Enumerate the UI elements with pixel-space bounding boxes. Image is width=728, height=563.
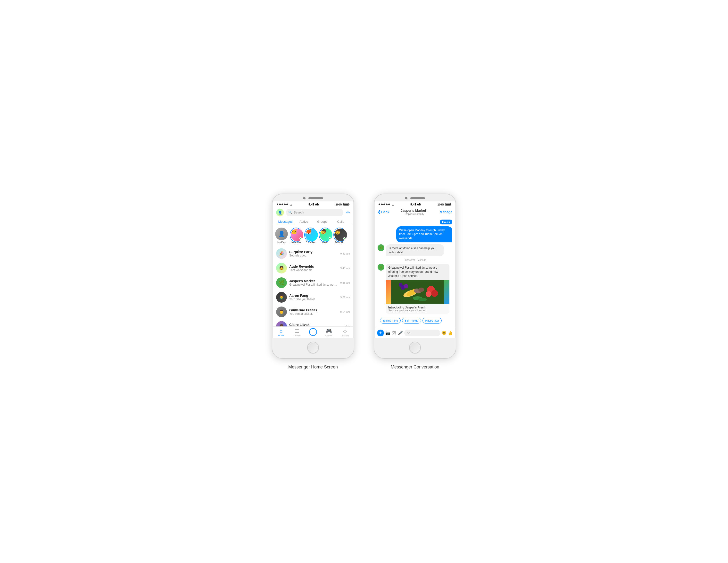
nav-discover-label: Discover [341, 335, 349, 337]
cta-sign-me-up[interactable]: Sign me up [402, 318, 421, 324]
msg-name-claire: Claire Litvak [289, 323, 342, 327]
signal-dot-5 [286, 203, 288, 205]
input-bar: + 📷 🖼 🎤 Aa 😊 👍 [375, 328, 455, 338]
tab-calls[interactable]: Calls [331, 218, 350, 225]
search-bar[interactable]: 🔍 Search [286, 209, 343, 216]
tab-messages[interactable]: Messages [276, 218, 295, 225]
msg-item-aaron[interactable]: 👨‍🦱 Aaron Fang You: See you there! 9:32 … [273, 290, 353, 305]
input-plus-button[interactable]: + [377, 330, 384, 337]
conv-signal-dot-3 [383, 203, 385, 205]
conv-header: ❮ Back Jasper's Market › Replies instant… [375, 207, 455, 217]
msg-time-guillermo: 9:04 am [340, 311, 350, 313]
christian-avatar: 🦊 [305, 228, 318, 241]
user-avatar[interactable]: 👤 [276, 209, 284, 216]
promo-bubble: Great news! For a limited time, we are o… [386, 264, 449, 314]
story-jean[interactable]: 👨 Jean-M... [333, 227, 346, 244]
like-input-icon[interactable]: 👍 [448, 331, 453, 335]
cta-maybe-later[interactable]: Maybe later [422, 318, 442, 324]
phone-home-screen: ▲ 9:41 AM 100% 👤 [273, 201, 353, 338]
battery-icon [343, 203, 349, 206]
conv-signal-dot-4 [386, 203, 388, 205]
svg-point-8 [399, 283, 403, 287]
msg-item-guillermo[interactable]: 👨 Guillermo Freitas You sent a sticker. … [273, 305, 353, 319]
tab-active[interactable]: Active [295, 218, 313, 225]
title-arrow: › [428, 209, 429, 212]
story-henri[interactable]: 👦 Henri [319, 227, 331, 244]
nav-games[interactable]: 🎮 Games [321, 328, 337, 337]
conv-title: Jasper's Market › [391, 209, 438, 212]
avatar-jasper: 🌿 [276, 277, 287, 288]
conv-camera-dot [405, 197, 407, 199]
msg-name-aaron: Aaron Fang [289, 294, 338, 298]
msg-content-jasper: Jasper's Market Great news! For a limite… [289, 279, 338, 287]
promo-card-subtitle: Seasonal produce at your doorstep [388, 309, 447, 312]
sponsored-text: Sponsored · [404, 259, 418, 261]
my-day-icon: 👤 [278, 231, 285, 237]
msg-item-jasper[interactable]: 🌿 Jasper's Market Great news! For a limi… [273, 275, 353, 290]
hours-button[interactable]: Hours [440, 219, 452, 224]
msg-time-aaron: 9:32 am [340, 296, 350, 299]
tabs-row: Messages Active Groups Calls [273, 218, 353, 225]
signal-dot-1 [277, 203, 278, 205]
mic-input-icon[interactable]: 🎤 [398, 331, 403, 335]
nav-people[interactable]: ☰ People [289, 328, 305, 337]
conv-messages: Hours We're open Monday through Friday f… [375, 217, 455, 328]
manage-button[interactable]: Manage [440, 210, 452, 214]
svg-point-10 [418, 298, 427, 301]
input-icons: 📷 🖼 🎤 [385, 331, 403, 335]
conv-signal-dot-1 [379, 203, 380, 205]
emoji-input-icon[interactable]: 😊 [442, 331, 447, 335]
msg-item-claire[interactable]: 👩 Claire Litvak Dinner tonight? Mon [273, 319, 353, 327]
conv-signal-dot-2 [381, 203, 383, 205]
avatar-aaron: 👨‍🦱 [276, 292, 287, 303]
svg-point-5 [426, 291, 431, 297]
nav-camera[interactable] [305, 328, 321, 337]
conv-wifi-icon: ▲ [392, 203, 394, 206]
status-time-conv: 9:41 AM [410, 203, 422, 206]
avatar-claire: 👩 [276, 321, 287, 327]
compose-icon[interactable]: ✏ [346, 210, 350, 215]
msg-time-jasper: 9:38 am [340, 281, 350, 284]
camera-input-icon[interactable]: 📷 [385, 331, 390, 335]
home-button-home[interactable] [307, 342, 319, 354]
story-my-day[interactable]: 👤 My Day [275, 227, 288, 244]
jean-face: 👨 [334, 228, 341, 234]
bubble-bot-1: Is there anything else I can help you wi… [386, 244, 444, 256]
camera-dot [303, 197, 306, 199]
chevron-left-icon: ❮ [378, 209, 381, 214]
sponsored-manage-link[interactable]: Manage [417, 259, 426, 261]
phone-home-top-bar [272, 194, 354, 201]
people-icon: ☰ [295, 328, 299, 334]
story-loredana[interactable]: 🐱 Loredana [290, 227, 302, 244]
msg-item-surprise[interactable]: 🎉 Surprise Party! Sounds good. 9:41 am [273, 246, 353, 261]
story-christian[interactable]: 🦊 Christian [304, 227, 317, 244]
nav-home[interactable]: ⌂ Home [273, 328, 289, 337]
conv-speaker-grille [410, 197, 425, 199]
christian-avatar-wrap: 🦊 [304, 227, 317, 240]
promo-row: 🌿 Great news! For a limited time, we are… [378, 264, 452, 314]
back-button[interactable]: ❮ Back [378, 209, 389, 214]
cta-tell-me-more[interactable]: Tell me more [380, 318, 401, 324]
status-left: ▲ [277, 203, 292, 206]
henri-avatar-wrap: 👦 [319, 227, 331, 240]
phone-conv: ▲ 9:41 AM 100% ❮ Back [374, 193, 456, 359]
tab-groups[interactable]: Groups [313, 218, 331, 225]
home-button-conv[interactable] [409, 342, 421, 354]
speaker-grille [308, 197, 323, 199]
bubble-user-1: We're open Monday through Friday from 9a… [396, 226, 452, 242]
msg-time-aude: 9:40 am [340, 267, 350, 269]
avatar-aude: 👩 [276, 263, 287, 273]
nav-home-label: Home [278, 334, 284, 337]
conv-status-right: 100% [438, 203, 451, 206]
nav-discover[interactable]: ◇ Discover [337, 328, 353, 337]
msg-name-aude: Aude Reynolds [289, 264, 338, 268]
henri-ring: 👦 [319, 227, 331, 242]
camera-circle [309, 328, 317, 336]
image-input-icon[interactable]: 🖼 [392, 331, 396, 335]
msg-content-claire: Claire Litvak Dinner tonight? [289, 323, 342, 327]
henri-face: 👦 [320, 228, 326, 234]
my-day-avatar: 👤 [275, 227, 288, 240]
message-input-field[interactable]: Aa [404, 330, 440, 337]
conv-battery-label: 100% [438, 203, 444, 206]
msg-item-aude[interactable]: 👩 Aude Reynolds That works for me 9:40 a… [273, 261, 353, 275]
